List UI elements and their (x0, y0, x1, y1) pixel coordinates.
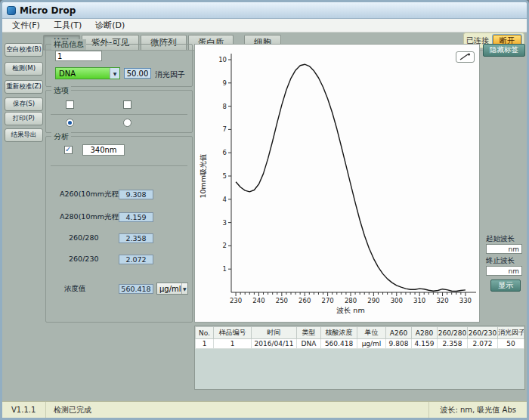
svg-text:6: 6 (223, 149, 227, 156)
start-wavelength-input[interactable]: nm (486, 244, 522, 254)
status-message: 检测已完成 (46, 402, 429, 418)
menu-diagnostics[interactable]: 诊断(D) (88, 19, 131, 32)
cell: 1 (214, 339, 252, 349)
column-header: A280 (412, 327, 438, 339)
titlebar[interactable]: Micro Drop (2, 2, 527, 19)
main-area: 核酸 紫外-可见 微阵列 蛋白质 细胞 已连接 断开 空白校准(B) 检测(M)… (2, 32, 527, 401)
svg-text:8: 8 (223, 103, 227, 110)
option-checkbox-2[interactable] (123, 100, 131, 109)
end-wavelength-unit: nm (509, 267, 519, 275)
a260-label: A260(10mm光程) (60, 190, 122, 199)
option-checkbox-1[interactable] (66, 100, 74, 109)
version-label: V1.1.1 (2, 402, 46, 418)
end-wavelength-input[interactable]: nm (486, 266, 522, 276)
app-window: Micro Drop 文件(F) 工具(T) 诊断(D) 核酸 紫外-可见 微阵… (0, 0, 529, 420)
svg-text:波长 nm: 波长 nm (336, 306, 364, 314)
recalibrate-button[interactable]: 重新校准(Z) (5, 80, 43, 94)
wavelength-checkbox[interactable] (64, 146, 73, 154)
spectrum-chart-panel: 1234567891023024025026027028029030031032… (194, 44, 480, 323)
column-header: 260/280 (438, 327, 468, 339)
column-header: 260/230 (468, 327, 498, 339)
svg-text:260: 260 (299, 297, 311, 304)
svg-text:300: 300 (391, 297, 403, 304)
cell: DNA (297, 339, 321, 349)
svg-text:5: 5 (223, 172, 227, 180)
a260-value: 9.308 (119, 190, 153, 199)
svg-text:4: 4 (223, 196, 227, 203)
extinction-factor-input[interactable] (124, 68, 151, 79)
cell: 50 (498, 339, 524, 349)
svg-text:250: 250 (276, 297, 288, 304)
analysis-divider (51, 165, 187, 166)
hide-label-button[interactable]: 隐藏标签 (483, 44, 525, 57)
svg-text:10mm吸光值: 10mm吸光值 (199, 153, 207, 198)
options-divider (51, 114, 187, 115)
measure-button[interactable]: 检测(M) (5, 62, 43, 76)
ratio-260-230-label: 260/230 (69, 255, 98, 263)
show-button[interactable]: 显示 (490, 279, 521, 292)
print-button[interactable]: 打印(P) (5, 112, 43, 125)
export-results-button[interactable]: 结果导出 (5, 128, 43, 142)
concentration-unit-value: μg/ml (159, 285, 181, 293)
status-readout: 波长: nm, 吸光值 Abs (429, 405, 527, 415)
sample-info-title: 样品信息 (51, 39, 86, 50)
ratio-260-280-value: 2.358 (119, 233, 153, 243)
analysis-title: 分析 (51, 131, 71, 142)
a280-label: A280(10mm光程) (60, 212, 122, 222)
column-header: 单位 (357, 327, 386, 339)
svg-text:230: 230 (230, 297, 242, 304)
analysis-group: 分析 A260(10mm光程) 9.308 A280(10mm光程) 4.159… (45, 136, 193, 323)
spectrum-plot: 1234567891023024025026027028029030031032… (196, 49, 479, 318)
table-row[interactable]: 1 1 2016/04/11 DNA 560.418 μg/ml 9.808 4… (196, 339, 524, 349)
column-header: 样品编号 (214, 327, 252, 339)
column-header: 时间 (252, 327, 297, 339)
svg-text:2: 2 (223, 242, 227, 249)
status-bar: V1.1.1 检测已完成 波长: nm, 吸光值 Abs (2, 401, 527, 418)
ratio-260-230-value: 2.072 (119, 255, 153, 264)
option-radio-1[interactable] (66, 119, 74, 127)
blank-calibration-button[interactable]: 空白校准(B) (5, 43, 43, 57)
start-wavelength-label: 起始波长 (486, 234, 515, 244)
pen-icon (459, 53, 472, 61)
menu-file[interactable]: 文件(F) (5, 19, 47, 32)
svg-text:280: 280 (345, 297, 357, 304)
results-table-panel: No. 样品编号 时间 类型 核酸浓度 单位 A260 A280 260/280… (194, 326, 525, 390)
column-header: 核酸浓度 (321, 327, 357, 339)
svg-text:10: 10 (218, 56, 227, 63)
chevron-down-icon: ▼ (181, 283, 187, 294)
svg-text:9: 9 (223, 79, 227, 87)
cell: 2.072 (468, 339, 498, 349)
start-wavelength-unit: nm (509, 246, 519, 253)
sample-type-value: DNA (59, 69, 76, 78)
concentration-unit-select[interactable]: μg/ml ▼ (156, 283, 188, 295)
results-table: No. 样品编号 时间 类型 核酸浓度 单位 A260 A280 260/280… (195, 326, 524, 349)
window-title: Micro Drop (20, 5, 76, 16)
cell: 4.159 (412, 339, 438, 349)
sample-id-input[interactable] (55, 51, 102, 61)
sample-type-select[interactable]: DNA ▼ (55, 67, 120, 79)
cell: 9.808 (386, 339, 412, 349)
svg-text:1: 1 (223, 265, 227, 273)
svg-text:7: 7 (223, 125, 227, 133)
cell: μg/ml (357, 339, 386, 349)
menu-tools[interactable]: 工具(T) (47, 19, 88, 32)
options-group: 选项 (45, 90, 193, 133)
extinction-factor-label: 消光因子 (155, 69, 185, 80)
options-title: 选项 (51, 85, 71, 96)
menubar: 文件(F) 工具(T) 诊断(D) (2, 19, 527, 32)
save-button[interactable]: 保存(S) (5, 97, 43, 111)
svg-text:3: 3 (223, 219, 227, 227)
end-wavelength-label: 终止波长 (486, 256, 515, 266)
svg-text:270: 270 (321, 297, 333, 304)
sample-info-group: 样品信息 DNA ▼ 消光因子 (45, 44, 193, 87)
svg-text:330: 330 (459, 297, 472, 304)
svg-text:320: 320 (436, 297, 448, 304)
svg-text:310: 310 (413, 297, 425, 304)
svg-text:290: 290 (367, 297, 379, 304)
cell: 2.358 (438, 339, 468, 349)
pen-tool-button[interactable] (456, 51, 475, 63)
option-radio-2[interactable] (123, 119, 131, 127)
cell: 2016/04/11 (252, 339, 297, 349)
column-header: A260 (386, 327, 412, 339)
wavelength-input[interactable] (82, 144, 125, 156)
